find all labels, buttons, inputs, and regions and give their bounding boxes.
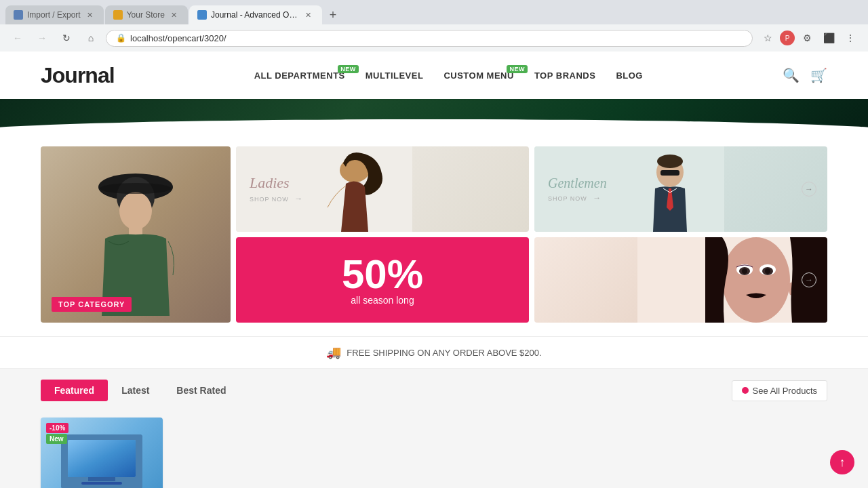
see-all-products-button[interactable]: See All Products	[732, 380, 827, 401]
tab-latest[interactable]: Latest	[108, 380, 163, 401]
tabs-header: Featured Latest Best Rated See All Produ…	[41, 380, 827, 401]
banner-left-image	[41, 146, 231, 323]
top-category-badge: TOP CATEGORY	[52, 297, 132, 312]
svg-rect-10	[660, 170, 679, 176]
product-graphic-1	[61, 434, 142, 488]
tab-2-close[interactable]: ✕	[169, 9, 180, 20]
url-bar[interactable]: 🔒 localhost/opencart/3020/	[106, 30, 753, 47]
more-icon[interactable]: ⋮	[841, 28, 860, 47]
tab-1[interactable]: Import / Export ✕	[5, 5, 104, 24]
header-icons: 🔍 🛒	[783, 67, 827, 83]
ext-2-icon[interactable]: ⚙	[797, 28, 816, 47]
see-all-dot-icon	[742, 387, 749, 394]
shipping-text: FREE SHIPPING ON ANY ORDER ABOVE $200.	[347, 348, 541, 358]
tab-best-rated[interactable]: Best Rated	[163, 380, 239, 401]
shipping-bar: 🚚 FREE SHIPPING ON ANY ORDER ABOVE $200.	[0, 336, 868, 369]
sale-subtitle: all season long	[342, 295, 423, 306]
tab-3-title: Journal - Advanced Opencart Th...	[211, 10, 299, 20]
nav-blog[interactable]: BLOG	[616, 70, 643, 81]
svg-point-4	[100, 183, 172, 194]
lock-icon: 🔒	[116, 33, 126, 43]
gentlemen-arrow[interactable]: →	[802, 182, 816, 197]
ladies-label: Ladies SHOP NOW →	[250, 174, 302, 204]
sale-text: 50% all season long	[342, 254, 423, 306]
tab-3[interactable]: Journal - Advanced Opencart Th... ✕	[189, 5, 322, 24]
new-tab-button[interactable]: +	[323, 5, 342, 24]
tab-1-title: Import / Export	[27, 10, 81, 20]
svg-rect-21	[88, 477, 115, 481]
banner-gentlemen[interactable]: Gentlemen SHOP NOW → →	[534, 146, 827, 232]
banner-makeup[interactable]: →	[534, 237, 827, 323]
site-logo[interactable]: Journal	[41, 63, 115, 88]
makeup-arrow[interactable]: →	[802, 272, 816, 287]
bookmark-icon[interactable]: ☆	[758, 28, 777, 47]
gentlemen-label: Gentlemen SHOP NOW →	[548, 176, 607, 203]
discount-badge: -10%	[46, 423, 68, 433]
tab-2[interactable]: Your Store ✕	[105, 5, 188, 24]
banner-sale[interactable]: 50% all season long	[236, 237, 529, 323]
svg-rect-22	[81, 482, 122, 485]
nav-multilevel[interactable]: MULTILEVEL	[366, 70, 424, 81]
toolbar-icons: ☆ P ⚙ ⬛ ⋮	[758, 28, 860, 47]
nav-badge-new-2: New	[507, 65, 528, 73]
product-image-1: -10% New	[41, 418, 163, 488]
products-row: -10% New	[0, 409, 868, 488]
main-nav: ALL DEPARTMENTS New MULTILEVEL CUSTOM ME…	[254, 70, 643, 81]
nav-all-departments[interactable]: ALL DEPARTMENTS New	[254, 70, 345, 81]
makeup-image	[637, 237, 827, 323]
banner-ladies[interactable]: 440 x 419 Ladies SHOP NOW	[236, 146, 529, 232]
address-bar: ← → ↻ ⌂ 🔒 localhost/opencart/3020/ ☆ P ⚙…	[0, 24, 868, 52]
ext-3-icon[interactable]: ⬛	[819, 28, 838, 47]
tab-1-favicon	[14, 10, 23, 20]
logo-text: Journal	[41, 63, 115, 87]
product-card-1[interactable]: -10% New	[41, 418, 163, 488]
see-all-label: See All Products	[753, 386, 817, 396]
forward-button[interactable]: →	[33, 28, 52, 47]
banner-left[interactable]: TOP CATEGORY	[41, 146, 231, 323]
hero-wave	[0, 119, 868, 133]
svg-point-9	[657, 155, 683, 168]
tab-1-close[interactable]: ✕	[85, 9, 96, 20]
cart-icon[interactable]: 🛒	[810, 67, 827, 83]
monitor-svg	[61, 434, 142, 488]
tab-featured[interactable]: Featured	[41, 380, 108, 401]
hero-section	[0, 99, 868, 133]
svg-point-2	[119, 192, 152, 230]
tab-bar: Import / Export ✕ Your Store ✕ Journal -…	[0, 0, 868, 24]
back-button[interactable]: ←	[8, 28, 27, 47]
nav-top-brands[interactable]: TOP BRANDS	[534, 70, 595, 81]
shipping-icon: 🚚	[326, 345, 341, 360]
svg-point-15	[742, 268, 747, 274]
browser-chrome: Import / Export ✕ Your Store ✕ Journal -…	[0, 0, 868, 52]
scroll-to-top-button[interactable]: ↑	[830, 450, 854, 474]
tab-2-title: Your Store	[127, 10, 165, 20]
svg-rect-23	[68, 440, 136, 477]
tab-3-close[interactable]: ✕	[303, 9, 314, 20]
tab-2-favicon	[113, 10, 123, 20]
nav-badge-new-1: New	[338, 65, 359, 73]
banner-right-grid: 440 x 419 Ladies SHOP NOW	[236, 146, 827, 323]
svg-point-12	[722, 237, 790, 323]
svg-point-18	[765, 268, 770, 274]
ext-1-icon[interactable]: P	[780, 30, 795, 45]
site-header: Journal ALL DEPARTMENTS New MULTILEVEL C…	[0, 52, 868, 99]
tabs-section: Featured Latest Best Rated See All Produ…	[0, 369, 868, 409]
tab-3-favicon	[197, 10, 207, 20]
sale-percent: 50%	[342, 254, 423, 295]
tabs-list: Featured Latest Best Rated	[41, 380, 240, 401]
search-icon[interactable]: 🔍	[783, 67, 800, 83]
banner-grid: TOP CATEGORY 440 x 419	[0, 133, 868, 336]
url-text: localhost/opencart/3020/	[130, 33, 226, 43]
lady-silhouette	[68, 153, 203, 316]
page-content: Journal ALL DEPARTMENTS New MULTILEVEL C…	[0, 52, 868, 488]
nav-custom-menu[interactable]: CUSTOM MENU New	[443, 70, 513, 81]
new-badge: New	[46, 434, 67, 444]
reload-button[interactable]: ↻	[57, 28, 76, 47]
home-button[interactable]: ⌂	[81, 28, 100, 47]
